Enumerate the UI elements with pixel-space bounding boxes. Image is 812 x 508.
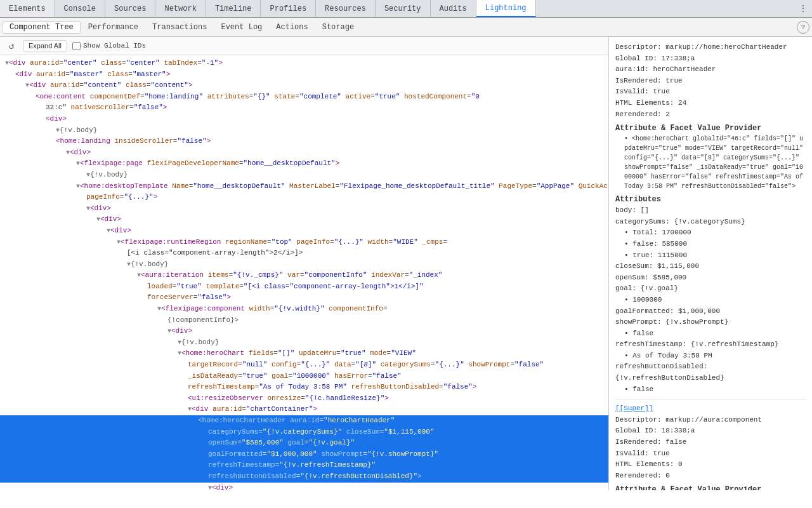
html-elements-label: HTML Elements: <box>615 99 674 107</box>
super-global-id-label: Global ID: <box>615 427 657 434</box>
open-sum-row: openSum: $585,000 <box>615 272 806 284</box>
false-row: • false: 585000 <box>624 239 806 250</box>
tree-line-selected-cont5[interactable]: refreshButtonDisabled="{!v.refreshButton… <box>0 471 608 483</box>
browser-tab-network[interactable]: Network <box>155 0 206 17</box>
attr-section-header: Attribute & Facet Value Provider <box>615 124 806 133</box>
tree-line[interactable]: 32:c" nativeScroller="false"> <box>0 102 608 114</box>
browser-tab-security[interactable]: Security <box>376 0 431 17</box>
tree-content: ▼<div aura:id="center" class="center" ta… <box>0 55 608 490</box>
help-button[interactable]: ? <box>797 21 809 34</box>
tree-line-selected-cont3[interactable]: goalFormatted="$1,000,000" showPrompt="{… <box>0 449 608 460</box>
tab-performance[interactable]: Performance <box>82 22 145 33</box>
goal-formatted-row: goalFormatted: $1,000,000 <box>615 306 806 318</box>
tree-line[interactable]: _isDataReady="true" goal="1000000" hasEr… <box>0 371 608 382</box>
browser-tab-audits[interactable]: Audits <box>431 0 476 17</box>
tree-line[interactable]: ▼{!v.body} <box>0 259 608 271</box>
tree-line[interactable]: ▼<home:heroChart fields="[]" updateMru="… <box>0 348 608 359</box>
super-rerendered-label: Rerendered: <box>615 472 662 479</box>
super-attr-section-header: Attribute & Facet Value Provider <box>615 485 806 490</box>
super-is-rendered-row: IsRendered: false <box>615 437 806 448</box>
tree-line[interactable]: <ui:resizeObserver onresize="{!c.handleR… <box>0 393 608 404</box>
browser-tab-profiles[interactable]: Profiles <box>261 0 316 17</box>
tree-line-selected-cont[interactable]: categorySums="{!v.categorySums}" closeSu… <box>0 427 608 438</box>
tree-line[interactable]: <one:content componentDef="home:landing"… <box>0 91 608 103</box>
super-rerendered-row: Rerendered: 0 <box>615 471 806 482</box>
tree-line[interactable]: ▼{!v.body} <box>0 125 608 137</box>
tree-line-selected-cont2[interactable]: openSum="$585,000" goal="{!v.goal}" <box>0 438 608 449</box>
more-options-button[interactable]: ⋮ <box>794 0 812 17</box>
tree-line[interactable]: ▼<div> <box>0 225 608 237</box>
attr-home-hero: • <home:heroChart globalId="46:c" fields… <box>624 134 806 191</box>
tree-line[interactable]: ▼<flexipage:page flexiPageDeveloperName=… <box>0 158 608 170</box>
left-panel: ↺ Expand All Show Global IDs ▼<div aura:… <box>0 37 609 490</box>
super-html-elements-label: HTML Elements: <box>615 460 674 468</box>
tree-line[interactable]: pageInfo="{...}"> <box>0 192 608 203</box>
tab-transactions[interactable]: Transactions <box>146 22 213 33</box>
tree-line[interactable]: {!componentInfo}> <box>0 315 608 326</box>
super-descriptor-label: Descriptor: <box>615 416 662 424</box>
divider <box>615 399 806 399</box>
devtools-panel: Component Tree Performance Transactions … <box>0 18 812 490</box>
super-rerendered-value: 0 <box>665 472 670 479</box>
show-global-ids-text: Show Global IDs <box>83 42 146 50</box>
tree-line[interactable]: ▼<div aura:id="center" class="center" ta… <box>0 58 608 69</box>
tree-line[interactable]: loaded="true" template="[<i class="compo… <box>0 281 608 293</box>
true-row: • true: 1115000 <box>624 250 806 262</box>
tree-line[interactable]: ▼{!v.body} <box>0 337 608 349</box>
tab-actions[interactable]: Actions <box>270 22 314 33</box>
tree-line[interactable]: <div aura:id="master" class="master"> <box>0 69 608 81</box>
tree-line[interactable]: ▼<div aura:id="content" class="content"> <box>0 80 608 91</box>
super-is-valid-value: true <box>653 450 669 457</box>
tab-storage[interactable]: Storage <box>316 22 360 33</box>
tree-line[interactable]: <div> <box>0 114 608 125</box>
super-link[interactable]: [[Super]] <box>615 403 806 415</box>
tree-line[interactable]: ▼<flexipage:runtimeRegion regionName="to… <box>0 237 608 248</box>
refresh-btn-row: refreshButtonDisabled: <box>615 361 806 373</box>
tree-line-selected[interactable]: <home:heroChartHeader aura:id="heroChart… <box>0 415 608 427</box>
tree-line[interactable]: ▼<div> <box>0 214 608 225</box>
tree-line[interactable]: ▼{!v.body} <box>0 170 608 181</box>
browser-tab-elements[interactable]: Elements <box>0 0 55 17</box>
global-id-value: 17:338;a <box>662 55 695 62</box>
tab-event-log[interactable]: Event Log <box>214 22 268 33</box>
tree-line[interactable]: forceServer="false"> <box>0 292 608 304</box>
browser-tab-timeline[interactable]: Timeline <box>206 0 261 17</box>
secondary-toolbar: Component Tree Performance Transactions … <box>0 18 812 37</box>
descriptor-value: markup://home:heroChartHeader <box>665 43 787 51</box>
expand-all-button[interactable]: Expand All <box>23 40 67 51</box>
super-html-elements-row: HTML Elements: 0 <box>615 459 806 471</box>
tree-line[interactable]: [<i class="component-array-length">2</i>… <box>0 248 608 259</box>
tree-line[interactable]: targetRecord="null" config="{...}" data=… <box>0 359 608 371</box>
tree-line[interactable]: ▼<flexipage:component width="{!v.width}"… <box>0 304 608 315</box>
super-label[interactable]: [[Super]] <box>615 404 653 412</box>
tree-line[interactable]: ▼<home:desktopTemplate Name="home__deskt… <box>0 181 608 192</box>
super-is-valid-label: IsValid: <box>615 450 649 457</box>
goal-row: goal: {!v.goal} <box>615 283 806 295</box>
tree-line[interactable]: ▼<div> <box>0 147 608 159</box>
attributes-header: Attributes <box>615 195 806 204</box>
show-global-ids-label[interactable]: Show Global IDs <box>72 42 146 50</box>
tree-line[interactable]: <home:landing insideScroller="false"> <box>0 136 608 147</box>
tab-component-tree[interactable]: Component Tree <box>3 21 81 34</box>
tree-line[interactable]: refreshTimestamp="As of Today 3:58 PM" r… <box>0 382 608 393</box>
goal-val-row: • 1000000 <box>624 295 806 306</box>
tree-line[interactable]: ▼<div> <box>0 483 608 490</box>
super-is-valid-row: IsValid: true <box>615 448 806 460</box>
browser-nav-tabs: Elements Console Sources Network Timelin… <box>0 0 812 18</box>
browser-tab-lightning[interactable]: Lightning <box>476 0 536 17</box>
main-area: ↺ Expand All Show Global IDs ▼<div aura:… <box>0 37 812 490</box>
html-elements-value: 24 <box>678 99 686 107</box>
refresh-button[interactable]: ↺ <box>5 39 18 52</box>
tree-line-selected-cont4[interactable]: refreshTimestamp="{!v.refreshTimestamp}" <box>0 460 608 471</box>
tree-line[interactable]: ▼<div aura:id="chartContainer"> <box>0 404 608 415</box>
super-global-id-value: 18:338;a <box>662 427 695 434</box>
tree-line[interactable]: ▼<aura:iteration items="{!v._cmps}" var=… <box>0 270 608 281</box>
browser-tab-console[interactable]: Console <box>55 0 105 17</box>
show-global-ids-checkbox[interactable] <box>72 42 81 50</box>
tree-line[interactable]: ▼<div> <box>0 326 608 337</box>
total-row: • Total: 1700000 <box>624 227 806 239</box>
browser-tab-resources[interactable]: Resources <box>316 0 376 17</box>
browser-tab-sources[interactable]: Sources <box>105 0 155 17</box>
super-global-id-row: Global ID: 18:338;a <box>615 425 806 437</box>
tree-line[interactable]: ▼<div> <box>0 203 608 215</box>
